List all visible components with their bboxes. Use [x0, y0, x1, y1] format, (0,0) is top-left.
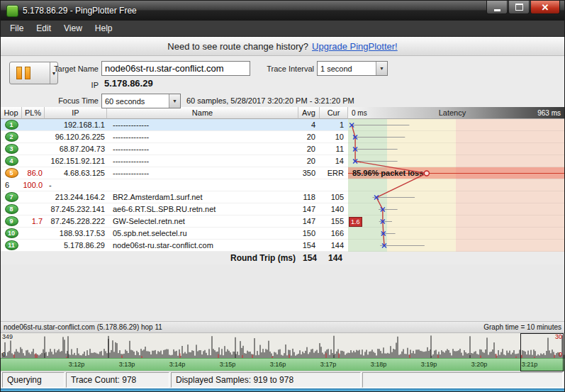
- trace-row[interactable]: 296.120.26.225--------------2010: [1, 131, 564, 143]
- titlebar[interactable]: 5.178.86.29 - PingPlotter Free ✕: [1, 1, 564, 21]
- timeline-latency-spikes: [1, 333, 564, 359]
- empty-pane: [1, 264, 564, 321]
- app-icon: [6, 5, 18, 17]
- packet-loss-cell: [22, 143, 45, 155]
- hop-cell: 1: [1, 119, 22, 131]
- menu-file[interactable]: File: [4, 22, 30, 35]
- status-displayed-samples: Displayed Samples: 919 to 978: [171, 372, 361, 388]
- avg-cell: [298, 179, 320, 191]
- avg-cell: 20: [298, 155, 320, 167]
- trace-row[interactable]: 1192.168.1.1--------------41: [1, 119, 564, 131]
- round-trip-avg: 154: [298, 252, 320, 264]
- close-button[interactable]: ✕: [530, 1, 560, 14]
- samples-summary: 60 samples, 5/28/2017 3:20:20 PM - 3:21:…: [186, 96, 354, 105]
- timeline-graph[interactable]: 3:12p3:13p3:14p3:15p3:16p3:17p3:18p3:19p…: [1, 333, 564, 371]
- trace-row[interactable]: 887.245.232.141ae6-6.RT.SL.SPB.RU.retn.n…: [1, 203, 564, 215]
- trace-table-header: Hop PL% IP Name Avg Cur 0 ms Latency 963…: [1, 107, 564, 119]
- header-cur[interactable]: Cur: [320, 107, 348, 119]
- avg-cell: 154: [298, 240, 320, 252]
- chevron-down-icon: ▼: [376, 62, 387, 75]
- latency-graph-cell: 1.6: [348, 215, 564, 228]
- status-state: Querying: [2, 372, 65, 388]
- focus-time-label: Focus Time: [40, 96, 99, 105]
- trace-row[interactable]: 115.178.86.29node06st-ru.star-conflict.c…: [1, 240, 564, 252]
- timeline-y-min: 0: [2, 351, 6, 358]
- latency-graph-cell: [348, 131, 564, 143]
- trace-row[interactable]: 586.04.68.63.125--------------350ERR85.9…: [1, 167, 564, 179]
- hop-cell: 4: [1, 155, 22, 167]
- window-buttons: ✕: [486, 1, 560, 14]
- menu-help[interactable]: Help: [89, 22, 119, 35]
- minimize-button[interactable]: [486, 1, 508, 14]
- ip-value: 5.178.86.29: [104, 78, 153, 89]
- avg-cell: 20: [298, 131, 320, 143]
- target-name-input[interactable]: [101, 61, 250, 76]
- cur-cell: 105: [320, 191, 348, 203]
- latency-graph-cell: [348, 143, 564, 155]
- hop-cell: 5: [1, 167, 22, 179]
- header-hop[interactable]: Hop: [1, 107, 22, 119]
- ip-cell: 188.93.17.53: [45, 228, 107, 240]
- hostname-cell: ae6-6.RT.SL.SPB.RU.retn.net: [107, 203, 298, 215]
- header-name[interactable]: Name: [107, 107, 298, 119]
- packet-loss-label: 85.96% packet loss: [352, 169, 423, 177]
- cur-cell: ERR: [320, 167, 348, 179]
- cur-cell: 11: [320, 143, 348, 155]
- packet-loss-cell: [22, 203, 45, 215]
- hostname-cell: BR2.Amsterdam1.surf.net: [107, 191, 298, 203]
- packet-loss-cell: 86.0: [22, 167, 45, 179]
- cur-cell: 144: [320, 240, 348, 252]
- trace-row[interactable]: 4162.151.92.121--------------2014: [1, 155, 564, 167]
- hostname-cell: --------------: [107, 119, 298, 131]
- avg-cell: 350: [298, 167, 320, 179]
- trace-row[interactable]: 6100.0-: [1, 179, 564, 191]
- cur-cell: 14: [320, 155, 348, 167]
- latency-min-label: 0 ms: [352, 109, 367, 117]
- trace-interval-select[interactable]: 1 second ▼: [317, 61, 388, 76]
- menubar: FileEditViewHelp: [1, 21, 564, 37]
- timeline-graph-time: Graph time = 10 minutes: [483, 323, 561, 331]
- hostname-cell: [107, 179, 298, 191]
- hop-cell: 9: [1, 215, 22, 228]
- trace-interval-label: Trace Interval: [262, 65, 314, 73]
- trace-row[interactable]: 7213.244.164.2BR2.Amsterdam1.surf.net118…: [1, 191, 564, 203]
- timeline-header: node06st-ru.star-conflict.com (5.178.86.…: [1, 321, 564, 333]
- maximize-button[interactable]: [508, 1, 530, 14]
- menu-view[interactable]: View: [57, 22, 89, 35]
- packet-loss-cell: [22, 119, 45, 131]
- timeline-time-band: 3:12p3:13p3:14p3:15p3:16p3:17p3:18p3:19p…: [1, 358, 564, 371]
- latency-max-label: 963 ms: [537, 109, 561, 117]
- header-pl[interactable]: PL%: [22, 107, 45, 119]
- hop-badge-green: 7: [5, 192, 18, 202]
- avg-cell: 147: [298, 215, 320, 228]
- hop-badge-green: 1: [5, 120, 18, 130]
- trace-interval-value: 1 second: [318, 65, 376, 73]
- upgrade-link[interactable]: Upgrade PingPlotter!: [312, 41, 398, 52]
- hop-cell: 3: [1, 143, 22, 155]
- cur-cell: 166: [320, 228, 348, 240]
- menu-edit[interactable]: Edit: [30, 22, 57, 35]
- trace-row[interactable]: 10188.93.17.5305.spb.net.selectel.ru1501…: [1, 228, 564, 240]
- avg-cell: 150: [298, 228, 320, 240]
- maximize-icon: [515, 4, 523, 11]
- header-ip[interactable]: IP: [45, 107, 107, 119]
- avg-cell: 20: [298, 143, 320, 155]
- hop-cell: 8: [1, 203, 22, 215]
- packet-loss-cell: [22, 191, 45, 203]
- hop-badge-green: 8: [5, 204, 18, 214]
- round-trip-row: Round Trip (ms) 154 144: [1, 252, 564, 264]
- minimize-icon: [494, 9, 500, 11]
- ip-label: IP: [74, 81, 99, 89]
- upgrade-banner: Need to see route change history? Upgrad…: [1, 37, 564, 56]
- ip-cell: 162.151.92.121: [45, 155, 107, 167]
- status-bar: Querying Trace Count: 978 Displayed Samp…: [1, 371, 564, 388]
- target-name-label: Target Name: [40, 65, 99, 73]
- focus-period-selection[interactable]: [520, 333, 564, 371]
- header-avg[interactable]: Avg: [298, 107, 320, 119]
- trace-row[interactable]: 368.87.204.73--------------2011: [1, 143, 564, 155]
- timeline-x-label: 3:18p: [371, 361, 387, 368]
- focus-time-select[interactable]: 60 seconds ▼: [101, 94, 181, 108]
- cur-cell: [320, 179, 348, 191]
- packet-loss-cell: 100.0: [22, 179, 45, 191]
- trace-row[interactable]: 91.787.245.228.222GW-Selectel.retn.net14…: [1, 215, 564, 228]
